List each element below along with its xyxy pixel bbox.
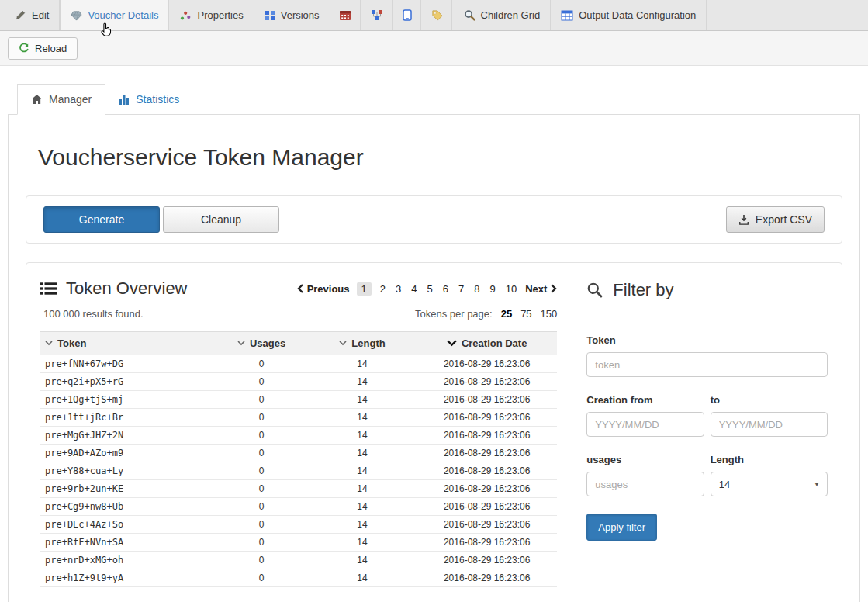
created-cell: 2016-08-29 16:23:06 (417, 373, 557, 391)
usages-cell: 0 (215, 462, 308, 480)
top-toolbar: Edit Voucher Details Properties Versions (0, 0, 868, 31)
length-select-value: 14 (719, 479, 730, 490)
toolbar-tab-edit[interactable]: Edit (5, 0, 60, 30)
column-header-creation-date[interactable]: Creation Date (417, 332, 557, 355)
chevron-right-icon (551, 284, 557, 293)
grid-dots-icon (265, 10, 275, 21)
pagination-previous[interactable]: Previous (297, 283, 350, 295)
scatter-icon (179, 10, 192, 21)
reload-label: Reload (35, 43, 67, 54)
usages-cell: 0 (215, 427, 308, 445)
token-cell: pre+1Qg+tjS+mj (40, 391, 215, 409)
table-icon (561, 10, 573, 21)
toolbar-tab-device[interactable] (394, 0, 421, 30)
tab-statistics[interactable]: Statistics (105, 84, 192, 115)
sort-chevron-icon (237, 341, 245, 346)
toolbar-tab-children-grid[interactable]: Children Grid (454, 0, 552, 30)
usages-filter-label: usages (586, 454, 704, 465)
token-filter-label: Token (586, 334, 828, 346)
token-cell: pre+MgG+JHZ+2N (40, 427, 215, 445)
cleanup-button[interactable]: Cleanup (163, 206, 279, 233)
token-cell: pre+fNN+67w+DG (40, 355, 215, 373)
table-row: pre+fNN+67w+DG0142016-08-29 16:23:06 (40, 355, 557, 373)
toolbar-tab-tags[interactable] (423, 0, 452, 30)
usages-cell: 0 (215, 569, 308, 587)
reload-icon (19, 43, 29, 54)
token-cell: pre+q2i+pX5+rG (40, 373, 215, 391)
pagination-page-10[interactable]: 10 (504, 282, 518, 296)
pagination-pages: 12345678910 (357, 282, 519, 296)
generate-button[interactable]: Generate (43, 206, 160, 233)
pencil-icon (15, 9, 26, 21)
per-page-option-150[interactable]: 150 (541, 308, 558, 320)
home-icon (31, 94, 43, 105)
created-cell: 2016-08-29 16:23:06 (417, 498, 557, 516)
token-table: Token Usages (40, 331, 557, 587)
usages-cell: 0 (215, 445, 308, 462)
pagination-next[interactable]: Next (525, 283, 557, 295)
token-cell: pre+Y88+cua+Ly (40, 462, 215, 480)
toolbar-tab-versions[interactable]: Versions (254, 0, 330, 30)
created-cell: 2016-08-29 16:23:06 (417, 445, 557, 462)
length-select[interactable]: 14 ▼ (711, 472, 828, 496)
hierarchy-icon (371, 9, 383, 21)
token-table-body: pre+fNN+67w+DG0142016-08-29 16:23:06pre+… (40, 355, 557, 587)
pagination-page-1[interactable]: 1 (357, 282, 372, 296)
token-cell: pre+Cg9+nw8+Ub (40, 498, 215, 516)
export-csv-button[interactable]: Export CSV (726, 206, 825, 233)
table-row: pre+Y88+cua+Ly0142016-08-29 16:23:06 (40, 462, 557, 480)
results-count: 100 000 results found. (43, 308, 144, 320)
pagination-page-3[interactable]: 3 (394, 282, 403, 296)
table-row: pre+h1Z+9t9+yA0142016-08-29 16:23:06 (40, 569, 557, 587)
usages-cell: 0 (215, 480, 308, 498)
toolbar-tab-calendar[interactable] (330, 0, 361, 30)
pagination-page-9[interactable]: 9 (488, 282, 496, 296)
table-row: pre+9rb+2un+KE0142016-08-29 16:23:06 (40, 480, 557, 498)
per-page-option-75[interactable]: 75 (520, 308, 531, 320)
table-row: pre+RfF+NVn+SA0142016-08-29 16:23:06 (40, 534, 557, 552)
creation-to-input[interactable] (711, 412, 828, 437)
toolbar-tab-output-data-configuration[interactable]: Output Data Configuration (551, 0, 707, 30)
column-header-length[interactable]: Length (308, 332, 417, 355)
created-cell: 2016-08-29 16:23:06 (417, 552, 557, 569)
toolbar-tab-structure[interactable] (362, 0, 393, 30)
table-row: pre+q2i+pX5+rG0142016-08-29 16:23:06 (40, 373, 557, 391)
token-overview-section: Token Overview Previous 12345678910 Next (40, 279, 557, 587)
length-cell: 14 (308, 391, 417, 409)
per-page-option-25[interactable]: 25 (501, 308, 512, 320)
tab-manager[interactable]: Manager (17, 84, 105, 115)
usages-cell: 0 (215, 373, 308, 391)
reload-toolbar: Reload (0, 31, 868, 66)
export-csv-label: Export CSV (756, 213, 812, 226)
column-header-usages[interactable]: Usages (215, 332, 308, 355)
length-cell: 14 (308, 462, 417, 480)
length-cell: 14 (308, 552, 417, 569)
pagination-page-4[interactable]: 4 (410, 282, 418, 296)
per-page-label: Tokens per page: (415, 308, 493, 320)
pagination-page-7[interactable]: 7 (457, 282, 465, 296)
usages-cell: 0 (215, 516, 308, 534)
token-cell: pre+h1Z+9t9+yA (40, 569, 215, 587)
pagination-page-8[interactable]: 8 (472, 282, 481, 296)
token-cell: pre+1tt+jRc+Br (40, 409, 215, 427)
pagination-page-6[interactable]: 6 (441, 282, 450, 296)
toolbar-tab-properties[interactable]: Properties (169, 0, 254, 30)
reload-button[interactable]: Reload (8, 37, 78, 60)
length-filter-label: Length (711, 454, 828, 465)
pagination-page-2[interactable]: 2 (379, 282, 387, 296)
token-cell: pre+nrD+xMG+oh (40, 552, 215, 569)
pagination-page-5[interactable]: 5 (425, 282, 434, 296)
token-filter-input[interactable] (586, 352, 828, 377)
tab-label: Statistics (136, 93, 179, 106)
apply-filter-button[interactable]: Apply filter (586, 514, 657, 541)
creation-from-input[interactable] (586, 412, 704, 437)
usages-cell: 0 (215, 534, 308, 552)
length-cell: 14 (308, 445, 417, 462)
actions-panel: Generate Cleanup Export CSV (26, 195, 842, 244)
usages-filter-input[interactable] (586, 472, 704, 496)
search-icon (464, 9, 475, 21)
table-row: pre+1Qg+tjS+mj0142016-08-29 16:23:06 (40, 391, 557, 409)
column-header-token[interactable]: Token (40, 332, 215, 355)
toolbar-tab-voucher-details[interactable]: Voucher Details (60, 0, 169, 30)
usages-cell: 0 (215, 355, 308, 373)
